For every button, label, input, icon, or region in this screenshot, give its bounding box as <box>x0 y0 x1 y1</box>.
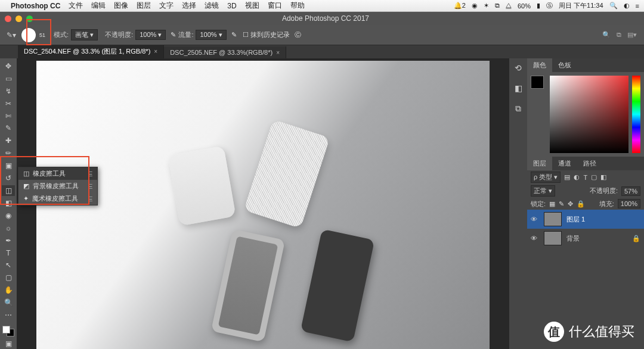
type-tool-icon[interactable]: T <box>2 248 15 258</box>
gradient-tool-icon[interactable]: ◧ <box>2 198 15 208</box>
path-select-tool-icon[interactable]: ↖ <box>2 260 15 271</box>
menu-help[interactable]: 帮助 <box>290 1 305 11</box>
stamp-tool-icon[interactable]: ▣ <box>2 160 15 171</box>
filter-smart-icon[interactable]: ◧ <box>600 173 606 181</box>
hue-slider[interactable] <box>632 76 640 153</box>
menu-filter[interactable]: 滤镜 <box>205 1 219 11</box>
blend-mode-select[interactable]: 正常 ▾ <box>531 185 555 197</box>
move-tool-icon[interactable]: ✥ <box>2 61 15 71</box>
filter-adjust-icon[interactable]: ◐ <box>574 173 580 181</box>
document-tab[interactable]: DSC_2505.NEF @ 33.3%(RGB/8*) × <box>164 46 286 58</box>
filter-type-icon[interactable]: T <box>583 174 587 181</box>
shape-tool-icon[interactable]: ▢ <box>2 272 15 283</box>
cc-icon[interactable]: ◉ <box>472 2 478 10</box>
fg-color-swatch[interactable] <box>2 326 10 334</box>
display-icon[interactable]: ⧉ <box>495 2 500 10</box>
battery-indicator[interactable]: 60% <box>518 2 531 10</box>
quick-select-tool-icon[interactable]: ✂ <box>2 98 15 109</box>
panel-color-swatch[interactable] <box>531 76 544 89</box>
layer-thumbnail[interactable] <box>544 212 562 226</box>
menu-file[interactable]: 文件 <box>69 1 83 11</box>
flyout-item-eraser[interactable]: ◫ 橡皮擦工具 E <box>18 167 97 180</box>
pen-tool-icon[interactable]: ✒ <box>2 235 15 246</box>
layer-opacity-input[interactable]: 57% <box>621 186 640 196</box>
menu-layer[interactable]: 图层 <box>137 1 151 11</box>
layer-row[interactable]: 👁 背景 🔒 <box>527 229 644 248</box>
lock-pixels-icon[interactable]: ✎ <box>559 200 564 208</box>
filter-shape-icon[interactable]: ▢ <box>591 173 597 181</box>
tab-layers[interactable]: 图层 <box>527 157 552 170</box>
zoom-tool-icon[interactable]: 🔍 <box>2 297 15 308</box>
mode-select[interactable]: 画笔 ▾ <box>71 29 98 40</box>
tool-preset-icon[interactable]: ✎▾ <box>5 29 18 41</box>
tab-channels[interactable]: 通道 <box>552 157 577 170</box>
libraries-panel-icon[interactable]: ⧉ <box>515 104 521 114</box>
eyedropper-tool-icon[interactable]: ✎ <box>2 123 15 134</box>
menu-3d[interactable]: 3D <box>227 2 236 10</box>
menu-view[interactable]: 视图 <box>245 1 259 11</box>
color-swatches[interactable] <box>2 326 14 336</box>
crop-tool-icon[interactable]: ✄ <box>2 111 15 121</box>
erase-history-checkbox[interactable]: ☐ 抹到历史记录 <box>243 30 290 39</box>
properties-panel-icon[interactable]: ◧ <box>515 83 522 93</box>
zoom-button[interactable] <box>26 15 33 22</box>
flow-input[interactable]: 100% ▾ <box>196 30 226 40</box>
close-tab-icon[interactable]: × <box>154 48 157 55</box>
marquee-tool-icon[interactable]: ▭ <box>2 73 15 84</box>
fill-input[interactable]: 100% <box>618 199 640 208</box>
input-source-icon[interactable]: Ⓢ <box>546 1 553 10</box>
flyout-item-magic-eraser[interactable]: ✦ 魔术橡皮擦工具 E <box>18 192 97 205</box>
screen-mode-icon[interactable]: ▣ <box>2 338 15 349</box>
lock-transparency-icon[interactable]: ▦ <box>549 200 555 208</box>
menu-image[interactable]: 图像 <box>114 1 128 11</box>
notif-center-icon[interactable]: ≡ <box>636 2 639 10</box>
wifi-icon[interactable]: ⧋ <box>506 2 512 10</box>
pressure-size-icon[interactable]: Ⓒ <box>295 30 301 39</box>
tab-paths[interactable]: 路径 <box>577 157 602 170</box>
eraser-tool-icon[interactable]: ◫ <box>2 185 15 196</box>
history-brush-tool-icon[interactable]: ↺ <box>2 173 15 183</box>
healing-tool-icon[interactable]: ✚ <box>2 135 15 146</box>
opacity-input[interactable]: 100% ▾ <box>135 30 166 40</box>
lock-all-icon[interactable]: 🔒 <box>577 200 585 208</box>
layer-name[interactable]: 背景 <box>566 234 580 243</box>
filter-pixel-icon[interactable]: ▤ <box>564 173 570 181</box>
layer-thumbnail[interactable] <box>544 231 562 245</box>
close-button[interactable] <box>5 15 11 22</box>
visibility-icon[interactable]: 👁 <box>531 235 539 242</box>
dodge-tool-icon[interactable]: ☼ <box>2 223 15 233</box>
menu-window[interactable]: 窗口 <box>268 1 282 11</box>
app-name[interactable]: Photoshop CC <box>11 2 60 10</box>
share-icon[interactable]: ⧉ <box>617 31 621 39</box>
color-field[interactable] <box>550 76 628 153</box>
lasso-tool-icon[interactable]: ↯ <box>2 86 15 96</box>
history-panel-icon[interactable]: ⟲ <box>515 63 522 73</box>
tab-color[interactable]: 颜色 <box>527 58 552 72</box>
airbrush-icon[interactable]: ✎ <box>231 31 237 39</box>
pressure-opacity-icon[interactable]: ✎ <box>171 31 176 39</box>
document-canvas[interactable] <box>36 61 490 349</box>
layer-filter-select[interactable]: ρ 类型 ▾ <box>531 172 561 183</box>
menu-edit[interactable]: 编辑 <box>91 1 106 11</box>
blur-tool-icon[interactable]: ◉ <box>2 210 15 221</box>
lock-position-icon[interactable]: ✥ <box>568 200 573 208</box>
hand-tool-icon[interactable]: ✋ <box>2 285 15 295</box>
visibility-icon[interactable]: 👁 <box>531 216 539 223</box>
notif-badge[interactable]: 🔔2 <box>454 2 466 10</box>
layer-name[interactable]: 图层 1 <box>566 215 585 224</box>
workspace-icon[interactable]: ▤▾ <box>627 31 637 39</box>
brush-preview[interactable] <box>21 28 36 42</box>
menu-type[interactable]: 文字 <box>159 1 174 11</box>
clock[interactable]: 周日 下午11:34 <box>559 1 603 10</box>
document-tab[interactable]: DSC_2504.NEF @ 33.3% (图层 1, RGB/8*) × <box>18 45 164 58</box>
spotlight-icon[interactable]: 🔍 <box>609 2 618 10</box>
layer-row[interactable]: 👁 图层 1 <box>527 210 644 229</box>
close-tab-icon[interactable]: × <box>276 49 280 56</box>
minimize-button[interactable] <box>16 15 22 22</box>
siri-icon[interactable]: ◐ <box>624 2 630 10</box>
menu-select[interactable]: 选择 <box>182 1 196 11</box>
search-icon[interactable]: 🔍 <box>602 31 611 39</box>
brush-tool-icon[interactable]: ✏ <box>2 148 15 158</box>
flyout-item-bg-eraser[interactable]: ◩ 背景橡皮擦工具 E <box>18 180 97 192</box>
tab-swatches[interactable]: 色板 <box>552 58 577 72</box>
